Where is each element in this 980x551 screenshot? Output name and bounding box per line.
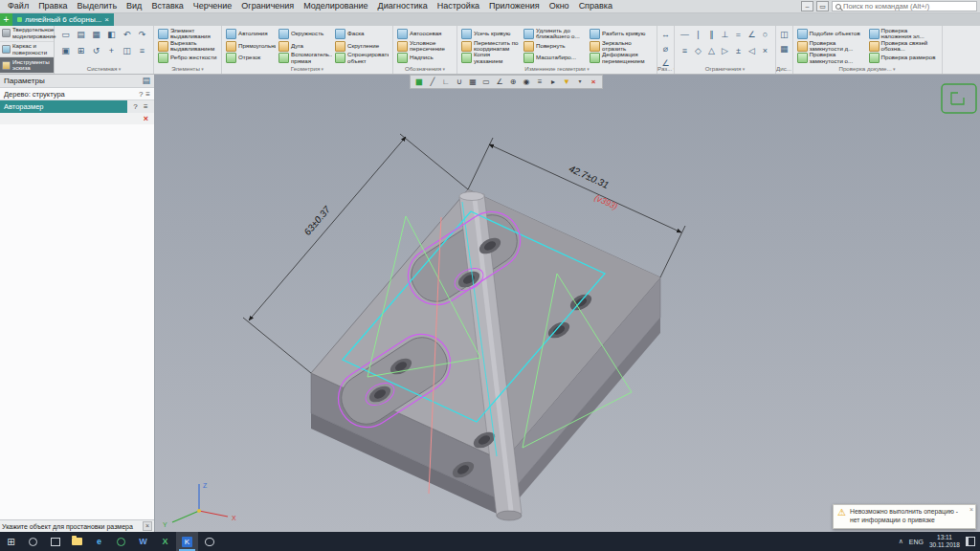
view-tool-icon[interactable]: ≡	[533, 76, 546, 88]
clock[interactable]: 13:11 30.11.2018	[929, 534, 960, 549]
tool-button[interactable]: Условное пересечение	[397, 40, 453, 53]
tool-button[interactable]: Скругление	[335, 40, 389, 53]
constraint-tool-icon[interactable]: |	[692, 28, 704, 43]
menu-applications[interactable]: Приложения	[484, 0, 545, 12]
panel-close-icon[interactable]: ×	[144, 114, 148, 123]
tool-button[interactable]: Прямоугольник	[226, 40, 276, 53]
view-tool-icon[interactable]: ▭	[479, 76, 493, 88]
settings-button[interactable]	[198, 532, 220, 551]
tool-button[interactable]: Усечь кривую	[461, 28, 521, 40]
view-tool-icon[interactable]: ▸	[546, 76, 560, 88]
system-tool-icon[interactable]: ⊞	[74, 44, 88, 59]
constraint-tool-icon[interactable]: △	[705, 44, 718, 59]
constraint-tool-icon[interactable]: ⊥	[719, 28, 731, 43]
menu-diagnostics[interactable]: Диагностика	[373, 0, 433, 12]
tool-button[interactable]: Окружность	[278, 28, 332, 40]
group-label-geometry[interactable]: Геометрия	[222, 64, 392, 74]
group-label-modify[interactable]: Изменение геометрии	[457, 64, 657, 74]
constraint-tool-icon[interactable]: ∥	[705, 28, 718, 43]
search-button[interactable]	[22, 532, 44, 551]
tool-button[interactable]: Проверка замкнутости о...	[797, 52, 866, 64]
view-tool-icon[interactable]: ▦	[412, 76, 426, 88]
browser-button[interactable]	[110, 532, 132, 551]
tool-button[interactable]: Подобие объектов	[797, 28, 866, 40]
panel-tree-icon[interactable]: ▤	[142, 74, 150, 88]
constraint-tool-icon[interactable]: ∠	[746, 28, 758, 43]
system-tool-icon[interactable]: ▣	[58, 44, 73, 59]
group-label-elements[interactable]: Элементы	[154, 64, 221, 74]
menu-drafting[interactable]: Черчение	[189, 0, 237, 12]
help-icon[interactable]: ?	[139, 90, 143, 99]
group-label-system[interactable]: Системная	[55, 64, 153, 74]
viewport-3d[interactable]: 63±0.37 42.7±0.31 (v393) X Y Z ▦╱∟∪▦▭∠⊕◉…	[155, 75, 980, 532]
tool-button[interactable]: Ребро жесткости	[158, 52, 217, 64]
system-tool-icon[interactable]: ↷	[135, 28, 149, 43]
tree-structure-tab[interactable]: Дерево: структура ? ≡	[0, 88, 154, 100]
tool-button[interactable]: Автоосевая	[397, 28, 453, 40]
notification-popup[interactable]: ⚠ Невозможно выполнить операцию - нет ин…	[833, 504, 976, 529]
command-search[interactable]	[832, 1, 977, 11]
tray-expand-icon[interactable]: ∧	[899, 538, 903, 545]
minimize-icon[interactable]: –	[801, 1, 813, 11]
display-tool-icon[interactable]: ◫	[780, 28, 789, 42]
mode-solid-modeling[interactable]: Твердотельное моделирование	[0, 26, 54, 42]
system-tool-icon[interactable]: ≡	[135, 44, 149, 59]
tool-button[interactable]: Разбить кривую	[590, 28, 653, 40]
task-view-button[interactable]	[44, 532, 66, 551]
system-tool-icon[interactable]: ▭	[58, 28, 73, 43]
tool-button[interactable]: Надпись	[397, 52, 453, 64]
view-tool-icon[interactable]: ∪	[453, 76, 466, 88]
excel-button[interactable]: X	[154, 532, 176, 551]
menu-settings[interactable]: Настройка	[433, 0, 484, 12]
edge-button[interactable]: e	[88, 532, 110, 551]
section-menu-icon[interactable]: ≡	[144, 102, 148, 111]
restore-icon[interactable]: ▭	[816, 1, 829, 11]
view-tool-icon[interactable]: ×	[587, 76, 600, 88]
file-explorer-button[interactable]	[66, 532, 88, 551]
tool-button[interactable]: Повернуть	[523, 40, 587, 53]
tool-button[interactable]: Проверка связей обозна...	[869, 40, 938, 53]
tool-button[interactable]: Удлинить до ближайшего о...	[523, 28, 587, 40]
group-label-constraints[interactable]: Ограничения	[675, 64, 775, 74]
tool-button[interactable]: Вырезать выдавливанием	[158, 40, 217, 53]
tool-button[interactable]: Элемент выдавливания	[158, 28, 217, 40]
word-button[interactable]: W	[132, 532, 154, 551]
tab-close-icon[interactable]: ×	[104, 15, 109, 24]
tool-button[interactable]: Автолиния	[226, 28, 276, 40]
system-tool-icon[interactable]: ↺	[89, 44, 103, 59]
group-label-dimensions[interactable]: Раз...	[657, 64, 674, 74]
language-indicator[interactable]: ENG	[909, 539, 924, 545]
view-tool-icon[interactable]: ▾	[573, 76, 587, 88]
tool-button[interactable]: Проверка наложения эл...	[869, 28, 938, 40]
view-tool-icon[interactable]: ∠	[493, 76, 506, 88]
constraint-tool-icon[interactable]: ◁	[746, 44, 758, 59]
mode-wireframe-surfaces[interactable]: Каркас и поверхности	[0, 42, 54, 58]
menu-help[interactable]: Справка	[574, 0, 617, 12]
mode-sketch-tools[interactable]: Инструменты эскиза	[0, 57, 54, 74]
menu-file[interactable]: Файл	[3, 0, 33, 12]
system-tool-icon[interactable]: ↶	[120, 28, 134, 43]
group-label-display[interactable]: Дис...	[776, 64, 792, 74]
section-help-icon[interactable]: ?	[133, 102, 137, 111]
menu-insert[interactable]: Вставка	[146, 0, 188, 12]
constraint-tool-icon[interactable]: ×	[759, 44, 771, 59]
tool-button[interactable]: Отрезок	[226, 52, 276, 64]
start-button[interactable]: ⊞	[0, 532, 22, 551]
search-input[interactable]	[843, 2, 973, 11]
tool-button[interactable]: Переместить по координатам	[461, 40, 521, 53]
tool-button[interactable]: Фаска	[335, 28, 389, 40]
constraint-tool-icon[interactable]: —	[679, 28, 691, 43]
menu-select[interactable]: Выделить	[73, 0, 122, 12]
kompas-button[interactable]: K	[176, 532, 198, 551]
constraint-tool-icon[interactable]: =	[732, 28, 745, 43]
group-label-annotations[interactable]: Обозначения	[393, 64, 457, 74]
tool-button[interactable]: Масштабиро...	[523, 52, 587, 64]
tool-button[interactable]: Проверка замкнутости д...	[797, 40, 866, 53]
view-tool-icon[interactable]: ∟	[439, 76, 453, 88]
view-tool-icon[interactable]: ▼	[560, 76, 573, 88]
dimension-tool-icon[interactable]: ↔	[661, 28, 670, 42]
menu-constraints[interactable]: Ограничения	[236, 0, 299, 12]
system-tool-icon[interactable]: +	[104, 44, 119, 59]
list-icon[interactable]: ≡	[145, 90, 150, 99]
view-tool-icon[interactable]: ⊕	[506, 76, 520, 88]
